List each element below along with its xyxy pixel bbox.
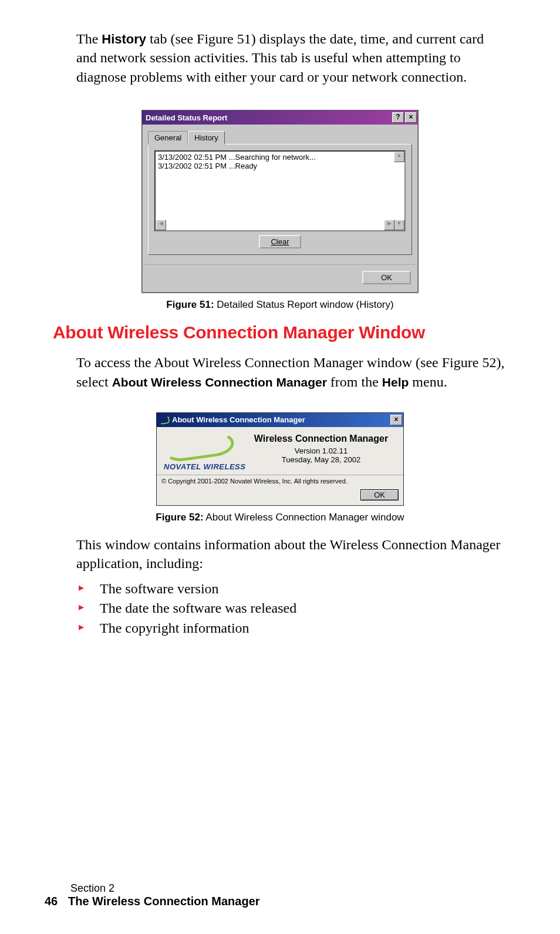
bullet-version: The software version	[76, 579, 507, 599]
tab-general[interactable]: General	[148, 131, 188, 145]
app-date: Tuesday, May 28, 2002	[246, 455, 396, 464]
detailed-status-report-window: Detailed Status Report ? × General Histo…	[141, 110, 419, 293]
window-title: Detailed Status Report	[146, 113, 391, 122]
tab-strip: General History	[148, 130, 412, 144]
tab-history[interactable]: History	[188, 131, 224, 145]
log-entry-2: 3/13/2002 02:51 PM ...Ready	[158, 162, 402, 170]
figure-52-container: About Wireless Connection Manager × NOVA…	[53, 412, 507, 506]
figure-51-caption: Figure 51: Detailed Status Report window…	[53, 299, 507, 311]
figure-52-desc: About Wireless Connection Manager window	[204, 512, 404, 523]
bullet-date: The date the software was released	[76, 599, 507, 619]
close-button[interactable]: ×	[405, 112, 417, 123]
clear-button-label: Clear	[271, 237, 289, 246]
access-paragraph: To access the About Wireless Connection …	[76, 353, 507, 391]
about-info: Wireless Connection Manager Version 1.02…	[246, 433, 396, 471]
scroll-down-icon[interactable]: ▼	[394, 220, 404, 230]
mid-b2: Help	[382, 375, 409, 389]
scroll-up-icon[interactable]: ▲	[394, 152, 404, 162]
help-button[interactable]: ?	[392, 112, 404, 123]
intro-bold-history: History	[102, 32, 146, 46]
log-entry-1: 3/13/2002 02:51 PM ...Searching for netw…	[158, 153, 402, 162]
tab-panel-history: 3/13/2002 02:51 PM ...Searching for netw…	[148, 144, 412, 255]
scroll-left-icon[interactable]: ◀	[156, 220, 166, 230]
clear-button[interactable]: Clear	[259, 235, 301, 248]
about-window: About Wireless Connection Manager × NOVA…	[156, 412, 404, 506]
about-ok-button[interactable]: OK	[360, 489, 399, 500]
window-titlebar: Detailed Status Report ? ×	[142, 110, 418, 125]
intro-paragraph: The History tab (see Figure 51) displays…	[76, 29, 507, 86]
figure-51-container: Detailed Status Report ? × General Histo…	[53, 110, 507, 293]
page-number: 46	[45, 895, 68, 908]
history-listbox[interactable]: 3/13/2002 02:51 PM ...Searching for netw…	[154, 150, 406, 231]
scroll-right-icon[interactable]: ▶	[384, 220, 394, 230]
brand-name: NOVATEL WIRELESS	[164, 462, 246, 471]
app-name: Wireless Connection Manager	[246, 433, 396, 444]
bullet-copyright: The copyright information	[76, 619, 507, 639]
app-icon	[158, 415, 170, 425]
section-label: Section 2	[70, 882, 260, 895]
intro-prefix: The	[76, 31, 102, 46]
figure-52-label: Figure 52:	[156, 512, 203, 523]
chapter-title: The Wireless Connection Manager	[68, 895, 260, 908]
about-close-button[interactable]: ×	[390, 415, 402, 425]
about-titlebar: About Wireless Connection Manager ×	[157, 413, 403, 427]
mid-b1: About Wireless Connection Manager	[112, 375, 327, 389]
novatel-swoosh-icon	[163, 431, 235, 463]
section-heading: About Wireless Connection Manager Window	[53, 322, 507, 342]
logo-area: NOVATEL WIRELESS	[164, 433, 246, 471]
figure-51-label: Figure 51:	[166, 299, 214, 310]
figure-52-caption: Figure 52: About Wireless Connection Man…	[53, 512, 507, 523]
ok-button[interactable]: OK	[362, 271, 411, 284]
info-paragraph: This window contains information about t…	[76, 535, 507, 573]
bullet-list: The software version The date the softwa…	[76, 579, 507, 639]
app-version: Version 1.02.11	[246, 446, 396, 455]
about-window-title: About Wireless Connection Manager	[172, 415, 389, 424]
figure-51-desc: Detailed Status Report window (History)	[214, 299, 394, 310]
page-footer: Section 2 46The Wireless Connection Mana…	[45, 882, 260, 908]
mid-t2: from the	[327, 374, 382, 389]
mid-t3: menu.	[409, 374, 447, 389]
copyright-row: © Copyright 2001-2002 Novatel Wireless, …	[157, 475, 403, 487]
